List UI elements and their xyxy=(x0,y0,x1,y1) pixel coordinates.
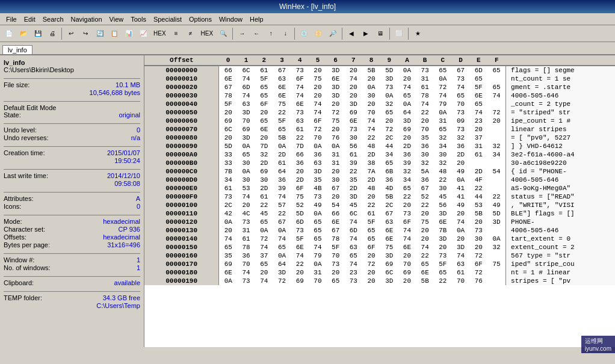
table-row[interactable]: 000001806E74203D20312023206C696E656172nt… xyxy=(144,268,615,277)
hex-cell[interactable]: 20 xyxy=(255,134,273,142)
hex-cell[interactable]: 65 xyxy=(380,108,398,117)
hex-cell[interactable]: 48 xyxy=(362,184,380,193)
nav-bwd[interactable]: ← xyxy=(250,27,263,40)
hex-cell[interactable]: 7B xyxy=(434,226,452,235)
hex-cell[interactable]: 63 xyxy=(237,100,255,108)
hex-cell[interactable]: 65 xyxy=(434,268,452,277)
hex-cell[interactable]: 64 xyxy=(273,167,291,176)
hex-cell[interactable]: 48 xyxy=(362,142,380,150)
btn7[interactable]: HEX xyxy=(151,27,168,40)
hex-cell[interactable]: 3D xyxy=(380,277,398,285)
hex-cell[interactable]: 6E xyxy=(434,218,452,226)
menu-item-window[interactable]: Window xyxy=(215,15,246,23)
hex-cell[interactable]: 36 xyxy=(273,176,291,184)
hex-cell[interactable]: 73 xyxy=(452,108,470,117)
hex-cell[interactable]: 6C xyxy=(380,268,398,277)
hex-cell[interactable]: 39 xyxy=(398,159,416,167)
hex-cell[interactable]: 35 xyxy=(416,134,434,142)
hex-cell[interactable]: 3D xyxy=(434,209,452,218)
hex-cell[interactable]: 20 xyxy=(398,75,416,83)
hex-cell[interactable]: 23 xyxy=(469,117,487,125)
hex-cell[interactable]: 4C xyxy=(237,209,255,218)
hex-cell[interactable]: 6E xyxy=(416,268,434,277)
hex-cell[interactable]: 20 xyxy=(362,193,380,201)
hex-cell[interactable]: 61 xyxy=(452,268,470,277)
hex-cell[interactable]: 6E xyxy=(219,75,237,83)
menu-item-navigation[interactable]: Navigation xyxy=(67,15,106,23)
hex-cell[interactable]: 4D xyxy=(380,184,398,193)
hex-cell[interactable]: 67 xyxy=(273,218,291,226)
hex-cell[interactable]: 6B xyxy=(380,167,398,176)
hex-cell[interactable]: 34 xyxy=(380,150,398,159)
hex-cell[interactable]: 20 xyxy=(362,251,380,260)
hex-cell[interactable]: 20 xyxy=(344,91,362,100)
table-row[interactable]: 00000140746172745F657874656E74203D20300A… xyxy=(144,235,615,243)
hex-cell[interactable]: 69 xyxy=(398,125,416,134)
hex-cell[interactable]: 65 xyxy=(398,184,416,193)
redo-btn[interactable]: ↪ xyxy=(79,27,92,40)
hex-cell[interactable]: 49 xyxy=(309,201,327,209)
hex-cell[interactable]: 30 xyxy=(255,176,273,184)
hex-cell[interactable]: 74 xyxy=(273,193,291,201)
hex-cell[interactable]: 31 xyxy=(309,268,327,277)
hex-cell[interactable]: 70 xyxy=(398,260,416,268)
hex-cell[interactable]: 31 xyxy=(327,159,345,167)
hex-cell[interactable]: 41 xyxy=(452,193,470,201)
tab-lv-info[interactable]: lv_info xyxy=(2,45,32,54)
table-row[interactable]: 00000020676D656E74203D200A73746172745F65… xyxy=(144,83,615,91)
hex-cell[interactable]: 22 xyxy=(487,193,505,201)
hex-cell[interactable]: 65 xyxy=(434,66,452,75)
btn8[interactable]: ≡ xyxy=(170,27,183,40)
hex-cell[interactable]: 70 xyxy=(309,134,327,142)
hex-cell[interactable]: 22 xyxy=(434,176,452,184)
hex-cell[interactable]: 31 xyxy=(469,142,487,150)
hex-cell[interactable]: 6F xyxy=(255,100,273,108)
hex-cell[interactable]: 69 xyxy=(380,260,398,268)
hex-cell[interactable]: 75 xyxy=(416,218,434,226)
hex-cell[interactable]: 4B xyxy=(309,184,327,193)
hex-cell[interactable]: 6F xyxy=(291,184,309,193)
hex-cell[interactable]: 6F xyxy=(309,117,327,125)
table-row[interactable]: 000001200A7365676D656E745F636F756E74203D… xyxy=(144,218,615,226)
hex-cell[interactable]: 0A xyxy=(219,218,237,226)
hex-cell[interactable]: 74 xyxy=(452,218,470,226)
hex-cell[interactable]: 20 xyxy=(398,251,416,260)
hex-cell[interactable]: 32 xyxy=(434,159,452,167)
table-row[interactable]: 000000E061532D396F4B672D484D6567304122aS… xyxy=(144,184,615,193)
hex-cell[interactable]: 5F xyxy=(434,260,452,268)
hex-cell[interactable]: 70 xyxy=(237,260,255,268)
hex-cell[interactable]: 7A xyxy=(362,167,380,176)
hex-cell[interactable]: 73 xyxy=(344,277,362,285)
hex-cell[interactable]: 69 xyxy=(398,268,416,277)
hex-cell[interactable]: 3D xyxy=(237,134,255,142)
hex-cell[interactable]: 22 xyxy=(291,260,309,268)
hex-cell[interactable]: 67 xyxy=(327,226,345,235)
hex-cell[interactable]: 72 xyxy=(273,277,291,285)
hex-cell[interactable]: 5D xyxy=(219,142,237,150)
hex-cell[interactable]: 75 xyxy=(327,117,345,125)
hex-cell[interactable]: 6E xyxy=(273,83,291,91)
hex-cell[interactable]: 34 xyxy=(487,150,505,159)
disk2-btn[interactable]: 📀 xyxy=(312,27,325,40)
save-btn[interactable]: 💾 xyxy=(31,27,45,40)
hex-cell[interactable]: 30 xyxy=(237,159,255,167)
hex-cell[interactable]: 0A xyxy=(309,260,327,268)
hex-cell[interactable]: 22 xyxy=(416,201,434,209)
nav-dn[interactable]: ↓ xyxy=(279,27,292,40)
hex-cell[interactable]: 78 xyxy=(237,243,255,251)
hex-cell[interactable]: 0A xyxy=(255,226,273,235)
menu-item-file[interactable]: File xyxy=(2,15,20,23)
hex-cell[interactable]: 66 xyxy=(219,66,237,75)
btn6[interactable]: 📈 xyxy=(137,27,150,40)
table-row[interactable]: 0000013020310A0A7365676D656E74207B0A7340… xyxy=(144,226,615,235)
hex-cell[interactable]: 32 xyxy=(434,134,452,142)
hex-cell[interactable]: 74 xyxy=(291,83,309,91)
hex-cell[interactable]: 74 xyxy=(416,243,434,251)
hex-cell[interactable]: 31 xyxy=(237,226,255,235)
hex-cell[interactable]: 67 xyxy=(273,66,291,75)
hex-cell[interactable]: 22 xyxy=(344,167,362,176)
hex-cell[interactable]: 22 xyxy=(362,201,380,209)
hex-cell[interactable]: 0A xyxy=(362,83,380,91)
hex-cell[interactable]: 6D xyxy=(291,218,309,226)
hex-cell[interactable]: 73 xyxy=(344,125,362,134)
